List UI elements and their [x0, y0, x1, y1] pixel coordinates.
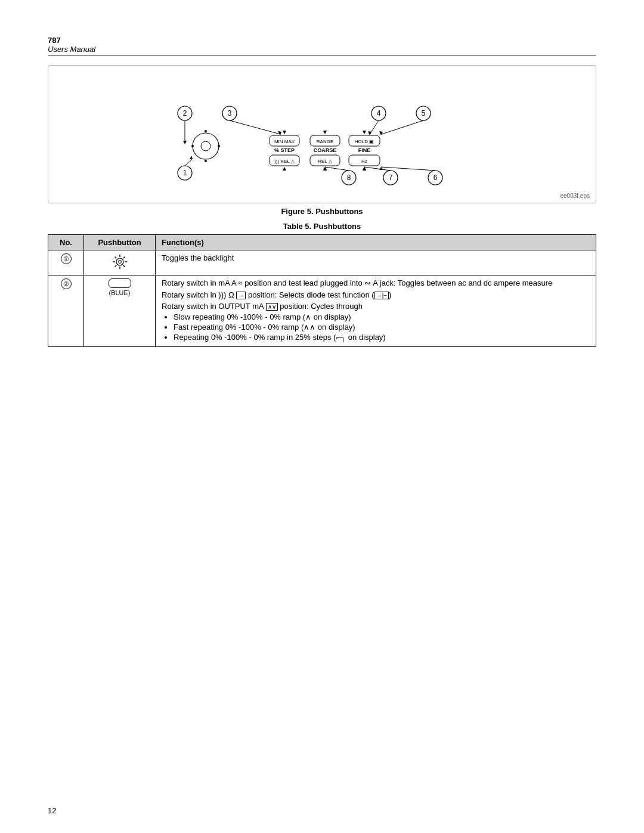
svg-point-16	[193, 133, 219, 159]
row2-bullet-list: Slow repeating 0% -100% - 0% ramp (∧ on …	[162, 312, 590, 342]
circle-2: ②	[61, 278, 72, 289]
svg-marker-42	[363, 131, 366, 134]
manual-title: Users Manual	[48, 45, 596, 54]
svg-text:FINE: FINE	[358, 147, 371, 153]
svg-marker-58	[379, 167, 383, 170]
svg-point-21	[191, 145, 194, 147]
svg-text:COARSE: COARSE	[314, 147, 337, 153]
blue-label: (BLUE)	[109, 289, 130, 296]
table-caption: Table 5. Pushbuttons	[48, 222, 596, 231]
circle-1: ①	[61, 253, 72, 264]
row1-fn: Toggles the backlight	[156, 250, 596, 275]
col-no-header: No.	[48, 235, 84, 250]
row2-pb: (BLUE)	[84, 275, 156, 347]
row2-fn-text3: Rotary switch in OUTPUT mA ∧∨ position: …	[162, 302, 590, 311]
svg-marker-50	[379, 131, 383, 135]
svg-marker-52	[190, 156, 193, 159]
svg-point-17	[201, 141, 210, 151]
svg-line-24	[230, 120, 280, 134]
svg-line-67	[123, 257, 125, 259]
row1-fn-text: Toggles the backlight	[162, 253, 234, 262]
svg-text:REL △: REL △	[318, 159, 332, 164]
page-number: 12	[48, 806, 56, 815]
diagram-container: 2 3 4 5 1 8 7 6	[66, 78, 578, 197]
table-row: ② (BLUE) Rotary switch in mA A ≈ positio…	[48, 275, 596, 347]
pushbutton-table: No. Pushbutton Function(s) ①	[48, 234, 596, 347]
svg-point-18	[205, 130, 207, 132]
blue-button-icon	[109, 278, 131, 288]
svg-text:1: 1	[183, 169, 187, 177]
svg-text:8: 8	[347, 174, 351, 182]
diagram-filename: ee003f.eps	[561, 193, 590, 199]
col-pb-header: Pushbutton	[84, 235, 156, 250]
svg-point-59	[116, 258, 123, 265]
header-rule	[48, 55, 596, 55]
svg-marker-28	[283, 131, 286, 134]
svg-text:))) REL △: ))) REL △	[274, 159, 295, 164]
svg-marker-25	[278, 131, 281, 135]
svg-marker-23	[183, 141, 187, 144]
svg-line-68	[114, 265, 116, 267]
svg-point-20	[205, 160, 207, 162]
svg-marker-35	[323, 131, 327, 134]
table-header-row: No. Pushbutton Function(s)	[48, 235, 596, 250]
svg-line-66	[123, 265, 125, 267]
row2-fn-text1: Rotary switch in mA A ≈ position and tes…	[162, 278, 590, 288]
svg-line-49	[382, 120, 423, 134]
figure-caption: Figure 5. Pushbuttons	[48, 207, 596, 216]
svg-line-53	[325, 167, 349, 171]
row2-fn-text2: Rotary switch in ))) Ω → position: Selec…	[162, 290, 590, 299]
svg-text:5: 5	[422, 109, 426, 117]
bullet-item: Slow repeating 0% -100% - 0% ramp (∧ on …	[174, 312, 590, 321]
page: 787 Users Manual 2 3 4 5 1	[0, 0, 644, 833]
svg-line-51	[185, 159, 193, 166]
svg-line-65	[114, 257, 116, 259]
svg-text:6: 6	[434, 174, 438, 182]
bullet-item: Repeating 0% -100% - 0% ramp in 25% step…	[174, 333, 590, 342]
svg-text:2: 2	[183, 109, 187, 117]
row1-pb	[84, 250, 156, 275]
svg-text:3: 3	[228, 109, 232, 117]
svg-text:7: 7	[389, 174, 393, 182]
svg-text:RANGE: RANGE	[317, 139, 333, 144]
svg-text:4: 4	[377, 109, 381, 117]
header-section: 787 Users Manual	[48, 36, 596, 55]
model-number: 787	[48, 36, 596, 45]
row2-no: ②	[48, 275, 84, 347]
svg-point-19	[218, 145, 220, 147]
svg-text:% STEP: % STEP	[274, 147, 295, 153]
backlight-icon	[112, 253, 128, 270]
svg-text:Hz: Hz	[361, 159, 367, 164]
svg-text:HOLD ▣: HOLD ▣	[355, 139, 374, 144]
diagram-box: 2 3 4 5 1 8 7 6	[48, 65, 596, 203]
svg-point-60	[118, 261, 121, 264]
table-row: ①	[48, 250, 596, 275]
pushbuttons-diagram: 2 3 4 5 1 8 7 6	[113, 78, 531, 197]
svg-line-57	[381, 167, 435, 171]
svg-marker-32	[283, 167, 286, 171]
col-fn-header: Function(s)	[156, 235, 596, 250]
row2-fn: Rotary switch in mA A ≈ position and tes…	[156, 275, 596, 347]
row1-no: ①	[48, 250, 84, 275]
svg-text:MIN MAX: MIN MAX	[274, 139, 295, 144]
svg-marker-48	[368, 131, 371, 135]
bullet-item: Fast repeating 0% -100% - 0% ramp (∧∧ on…	[174, 323, 590, 332]
